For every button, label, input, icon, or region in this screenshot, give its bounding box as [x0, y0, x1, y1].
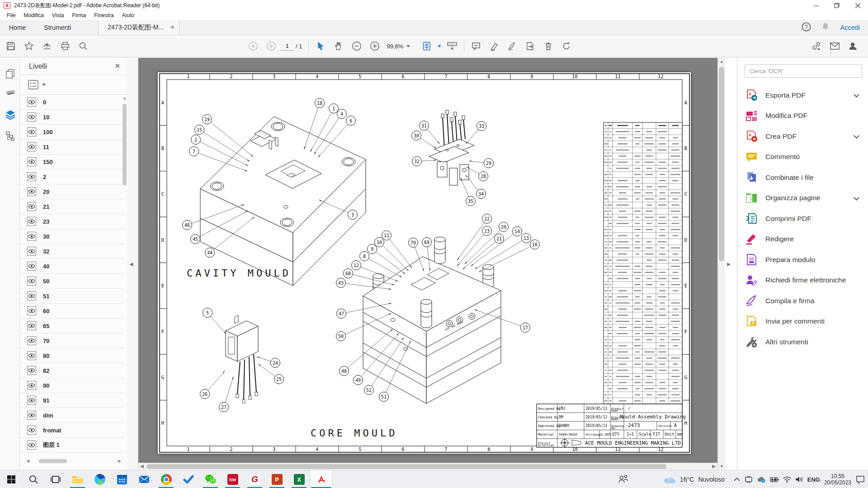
layer-visibility-eye-icon[interactable]: [27, 291, 36, 300]
delete-pages-icon[interactable]: [539, 37, 557, 55]
layer-label[interactable]: 51: [43, 293, 49, 300]
collapse-left-panel-icon[interactable]: ◀: [129, 258, 136, 270]
layer-visibility-eye-icon[interactable]: [27, 306, 36, 315]
find-icon[interactable]: [74, 37, 92, 55]
volume-icon[interactable]: [795, 476, 803, 483]
tool-item-richiedi-firme[interactable]: Richiedi firme elettroniche: [737, 270, 868, 291]
layer-visibility-eye-icon[interactable]: [27, 172, 36, 181]
taskbar-search-button[interactable]: [22, 470, 44, 488]
layer-label[interactable]: 30: [43, 233, 49, 240]
taskbar-wechat-button[interactable]: [199, 470, 222, 488]
layer-label[interactable]: 0: [43, 99, 46, 106]
layer-visibility-eye-icon[interactable]: [27, 411, 36, 420]
taskbar-mail-button[interactable]: [133, 470, 155, 488]
add-people-icon[interactable]: [844, 37, 862, 55]
zoom-in-icon[interactable]: [366, 37, 384, 55]
layer-label[interactable]: 65: [43, 323, 49, 329]
layers-panel-close-icon[interactable]: ✕: [114, 62, 120, 70]
chevron-down-icon[interactable]: [854, 133, 859, 139]
share-icon[interactable]: [38, 37, 56, 55]
chevron-down-icon[interactable]: [854, 92, 859, 98]
tool-item-compila-firma[interactable]: Compila e firma: [737, 291, 868, 311]
document-vertical-scrollbar[interactable]: ▲▼: [717, 58, 725, 470]
signin-button[interactable]: Accedi: [840, 24, 860, 31]
attachments-icon[interactable]: [5, 88, 16, 100]
layer-label[interactable]: 20: [43, 188, 49, 195]
layer-label[interactable]: 60: [43, 308, 49, 314]
layer-label[interactable]: 150: [43, 159, 53, 165]
layer-visibility-eye-icon[interactable]: [27, 351, 36, 360]
weather-icon[interactable]: [662, 475, 676, 484]
layer-label[interactable]: 21: [43, 203, 49, 210]
taskbar-excel-button[interactable]: X: [288, 470, 310, 488]
layer-visibility-eye-icon[interactable]: [27, 187, 36, 196]
action-center-icon[interactable]: [855, 475, 865, 484]
previous-page-icon[interactable]: [244, 37, 262, 55]
layer-visibility-eye-icon[interactable]: [27, 113, 36, 122]
taskbar-solidworks-button[interactable]: SW: [222, 470, 244, 488]
layers-panel-icon[interactable]: [5, 109, 16, 121]
layer-options-icon[interactable]: [28, 80, 39, 90]
tray-expand-icon[interactable]: [733, 477, 741, 482]
layer-visibility-eye-icon[interactable]: [27, 127, 36, 136]
layer-visibility-eye-icon[interactable]: [27, 247, 36, 256]
layer-label[interactable]: 91: [43, 397, 49, 404]
send-email-icon[interactable]: [826, 37, 844, 55]
layer-label[interactable]: 80: [43, 352, 49, 359]
model-tree-icon[interactable]: [5, 130, 16, 142]
layer-visibility-eye-icon[interactable]: [27, 381, 36, 390]
layer-label[interactable]: 11: [43, 144, 49, 150]
tools-search-input[interactable]: [745, 64, 862, 78]
favorite-star-icon[interactable]: [20, 37, 38, 55]
taskbar-check-app-button[interactable]: [177, 470, 199, 488]
taskbar-people-icon[interactable]: [618, 474, 629, 486]
fit-page-icon[interactable]: [418, 37, 436, 55]
chevron-down-icon[interactable]: [854, 195, 859, 201]
layer-visibility-eye-icon[interactable]: [27, 426, 36, 435]
menu-modifica[interactable]: Modifica: [19, 11, 48, 19]
layer-label[interactable]: dim: [43, 412, 53, 419]
layer-visibility-eye-icon[interactable]: [27, 366, 36, 375]
highlight-icon[interactable]: [485, 37, 503, 55]
export-pages-icon[interactable]: [521, 37, 539, 55]
menu-file[interactable]: File: [3, 11, 19, 19]
tool-item-modifica-pdf[interactable]: Modifica PDF: [737, 106, 868, 127]
layer-visibility-eye-icon[interactable]: [27, 262, 36, 271]
layer-label[interactable]: 10: [43, 114, 49, 121]
layer-visibility-eye-icon[interactable]: [27, 157, 36, 166]
layers-horizontal-scrollbar[interactable]: ◀▶: [26, 459, 121, 464]
layer-label[interactable]: 40: [43, 263, 49, 270]
rotate-pages-icon[interactable]: [557, 37, 576, 55]
taskbar-file-explorer-button[interactable]: [66, 470, 89, 488]
layer-visibility-eye-icon[interactable]: [27, 277, 36, 286]
tool-item-organizza-pagine[interactable]: Organizza pagine: [737, 188, 868, 209]
next-page-icon[interactable]: [262, 37, 280, 55]
layer-label[interactable]: 50: [43, 278, 49, 285]
save-icon[interactable]: [2, 37, 20, 55]
layer-visibility-eye-icon[interactable]: [27, 336, 36, 345]
wifi-icon[interactable]: [783, 476, 791, 483]
hand-tool-icon[interactable]: [330, 37, 348, 55]
language-indicator[interactable]: ENG: [807, 476, 820, 483]
layer-label[interactable]: 90: [43, 382, 49, 389]
help-icon[interactable]: ?: [802, 22, 811, 33]
tab-home[interactable]: Home: [0, 20, 35, 35]
print-icon[interactable]: [56, 37, 74, 55]
taskbar-acrobat-button[interactable]: [310, 470, 332, 488]
zoom-out-icon[interactable]: [348, 37, 366, 55]
layer-visibility-eye-icon[interactable]: [27, 321, 36, 330]
layer-label[interactable]: 23: [43, 218, 49, 225]
layer-visibility-eye-icon[interactable]: [27, 441, 36, 450]
layer-visibility-eye-icon[interactable]: [27, 98, 36, 107]
pdf-page[interactable]: 112233445566778899101011111212AABBCCDDEE…: [158, 72, 691, 454]
tool-item-redigere[interactable]: Redigere: [737, 229, 868, 250]
taskbar-calendar-button[interactable]: [111, 470, 133, 488]
share-link-icon[interactable]: [807, 37, 826, 55]
tool-item-esporta-pdf[interactable]: AEsporta PDF: [737, 85, 868, 106]
taskbar-powerpoint-button[interactable]: P: [266, 470, 288, 488]
expand-right-panel-icon[interactable]: ▶: [727, 258, 733, 270]
layer-label[interactable]: 2: [43, 174, 46, 180]
page-number-input[interactable]: [280, 42, 294, 51]
layers-vertical-scrollbar[interactable]: ▲: [123, 96, 127, 453]
layer-options-dropdown-icon[interactable]: [42, 84, 46, 86]
